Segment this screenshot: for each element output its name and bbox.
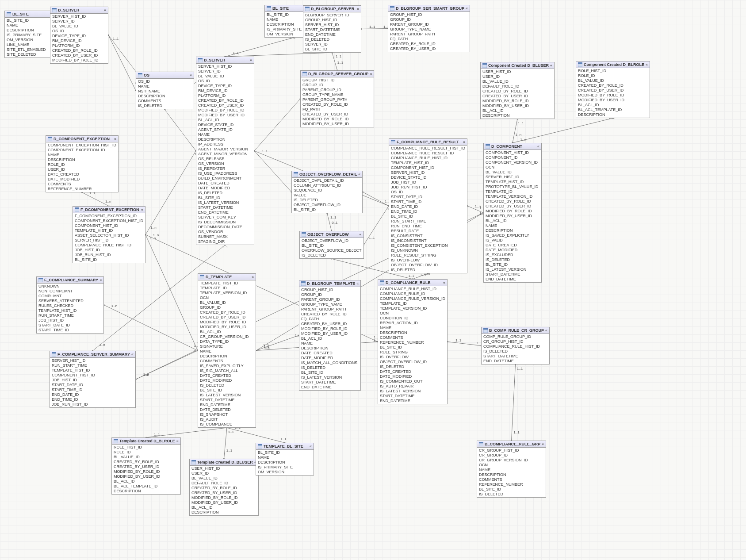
- column: CREATED_BY_USER_ID: [299, 322, 360, 326]
- collapse-icon[interactable]: «: [370, 72, 372, 76]
- erd-canvas[interactable]: 1..11..11..11..11..11..n1..11..11..11..1…: [0, 0, 746, 560]
- entity-header[interactable]: TEMPLATE_BL_SITE«: [256, 443, 314, 450]
- svg-rect-167: [7, 12, 11, 13]
- collapse-icon[interactable]: «: [356, 281, 359, 286]
- entity-template_created_blrole[interactable]: Template Created D_BLROLE«ROLE_HIST_IDRO…: [111, 437, 181, 495]
- svg-text:1..n: 1..n: [153, 233, 159, 237]
- entity-d_server2[interactable]: D_SERVER«SERVER_HIST_IDSERVER_IDBL_VALUE…: [196, 57, 254, 245]
- column: BL_SITE_ID: [73, 257, 145, 262]
- entity-d_blgroup_ser_smart_group[interactable]: D_BLGROUP_SER_SMART_GROUP«GROUP_HIST_IDG…: [388, 5, 470, 52]
- entity-header[interactable]: D_SERVER«: [50, 7, 108, 14]
- entity-d_compliance_rule_grp[interactable]: D_COMPLIANCE_RULE_GRP«CR_GROUP_HIST_IDCR…: [477, 441, 546, 498]
- entity-object_overflow_detail[interactable]: OBJECT_OVERFLOW_DETAIL«OBJECT_OVFL_DETAI…: [291, 171, 363, 213]
- collapse-icon[interactable]: «: [176, 439, 179, 443]
- svg-rect-172: [138, 74, 142, 77]
- column-list: COMPONENT_HIST_IDCOMPONENT_IDCOMPONENT_V…: [484, 150, 541, 282]
- collapse-icon[interactable]: «: [104, 8, 106, 12]
- entity-header[interactable]: D_COMPLIANCE_RULE«: [378, 280, 447, 286]
- collapse-icon[interactable]: «: [131, 352, 134, 357]
- entity-d_blgroup_server_group[interactable]: D_BLGROUP_SERVER_GROUP«GROUP_HIST_IDGROU…: [300, 70, 374, 127]
- collapse-icon[interactable]: «: [99, 278, 102, 282]
- svg-rect-171: [138, 73, 142, 74]
- column: DEVICE_TYPE_ID: [50, 34, 108, 38]
- entity-header[interactable]: F_COMPLIANCE_SERVER_SUMMARY«: [50, 351, 135, 358]
- entity-title: D_COMPLIANCE_RULE: [386, 280, 442, 285]
- entity-header[interactable]: OBJECT_OVERFLOW_DETAIL«: [292, 171, 362, 178]
- column: JOB_RUN_HIST_ID: [50, 402, 135, 407]
- collapse-icon[interactable]: «: [250, 58, 252, 62]
- collapse-icon[interactable]: «: [310, 444, 312, 449]
- entity-f_compliance_summary[interactable]: F_COMPLIANCE_SUMMARY«UNKNOWNNON_COMPLIAN…: [36, 276, 104, 334]
- entity-f_compliance_rule_result[interactable]: F_COMPLIANCE_RULE_RESULT«COMPLIANCE_RULE…: [389, 138, 467, 273]
- entity-d_blgroup_template[interactable]: D_BLGROUP_TEMPLATE«GROUP_HIST_IDGROUP_ID…: [299, 280, 361, 391]
- entity-header[interactable]: D_BLGROUP_SER_SMART_GROUP«: [388, 5, 470, 12]
- entity-header[interactable]: Component Created D_BLUSER«: [481, 62, 554, 69]
- entity-header[interactable]: D_SERVER«: [196, 57, 254, 64]
- column: IS_OVERFLOW: [378, 355, 447, 360]
- collapse-icon[interactable]: «: [466, 6, 468, 11]
- entity-d_server1[interactable]: D_SERVER«SERVER_HIST_IDSERVER_IDBL_VALUE…: [50, 7, 108, 64]
- collapse-icon[interactable]: «: [463, 140, 465, 144]
- entity-template_bl_site[interactable]: TEMPLATE_BL_SITE«BL_SITE_IDNAMEDESCRIPTI…: [256, 443, 314, 476]
- collapse-icon[interactable]: «: [360, 232, 362, 237]
- collapse-icon[interactable]: «: [545, 328, 547, 333]
- entity-header[interactable]: OS«: [136, 72, 194, 79]
- entity-header[interactable]: D_BLGROUP_TEMPLATE«: [299, 280, 360, 287]
- entity-comp_created_bluser[interactable]: Component Created D_BLUSER«USER_HIST_IDU…: [480, 62, 555, 119]
- collapse-icon[interactable]: «: [114, 137, 116, 141]
- entity-d_compliance_rule[interactable]: D_COMPLIANCE_RULE«COMPLIANCE_RULE_HIST_I…: [378, 279, 448, 404]
- collapse-icon[interactable]: «: [550, 63, 552, 68]
- collapse-icon[interactable]: «: [542, 442, 544, 446]
- column: BL_SITE_ID: [378, 345, 447, 350]
- entity-comp_created_blrole[interactable]: Component Created D_BLROLE«ROLE_HIST_IDR…: [576, 61, 650, 118]
- entity-header[interactable]: D_COMPONENT_EXCEPTION«: [46, 136, 118, 142]
- svg-line-18: [225, 38, 294, 57]
- entity-header[interactable]: D_COMPONENT«: [484, 143, 541, 150]
- collapse-icon[interactable]: «: [537, 144, 539, 149]
- entity-header[interactable]: D_TEMPLATE«: [198, 274, 256, 280]
- entity-f_dcomponent_exception[interactable]: F_DCOMPONENT_EXCEPTION«F_COMPONENT_EXCEP…: [73, 206, 145, 263]
- collapse-icon[interactable]: «: [646, 62, 648, 67]
- column: START_DATETIME: [482, 354, 549, 359]
- entity-header[interactable]: F_COMPLIANCE_SUMMARY«: [37, 277, 103, 284]
- column: BL_ACL_ID: [112, 479, 180, 484]
- column: BL_VALUE_ID: [576, 78, 650, 83]
- column: CREATED_BY_ROLE_ID: [50, 48, 108, 53]
- column: FQ_PATH: [299, 317, 360, 322]
- entity-header[interactable]: Template Created D_BLUSER«: [190, 459, 258, 466]
- entity-os[interactable]: OS«OS_IDNAMENSH_NAMEDESCRIPTIONCOMMENTSI…: [136, 72, 194, 109]
- column: SERVER_HIST_ID: [50, 358, 135, 363]
- collapse-icon[interactable]: «: [252, 275, 254, 279]
- svg-line-97: [145, 235, 198, 351]
- entity-f_compliance_server_summary[interactable]: F_COMPLIANCE_SERVER_SUMMARY«SERVER_HIST_…: [50, 351, 136, 408]
- column: COMPLIANCE_RULE_HIST_ID: [389, 156, 467, 161]
- entity-d_blgroup_server[interactable]: D_BLGROUP_SERVER«BLGROUP_SERVER_IDGROUP_…: [303, 5, 361, 53]
- entity-header[interactable]: B_COMP_RULE_CR_GROUP«: [482, 327, 549, 334]
- entity-header[interactable]: D_COMPLIANCE_RULE_GRP«: [477, 441, 546, 448]
- svg-rect-211: [114, 439, 118, 440]
- column: RULE_STRING: [378, 350, 447, 355]
- entity-b_comp_rule_cr_group[interactable]: B_COMP_RULE_CR_GROUP«COMP_RULE_GROUP_IDC…: [481, 327, 550, 364]
- entity-object_overflow[interactable]: OBJECT_OVERFLOW«OBJECT_OVERFLOW_IDBL_SIT…: [299, 231, 364, 259]
- collapse-icon[interactable]: «: [190, 73, 192, 77]
- column: END_DATETIME: [378, 399, 447, 403]
- entity-header[interactable]: OBJECT_OVERFLOW«: [300, 231, 363, 238]
- entity-header[interactable]: Template Created D_BLROLE«: [112, 438, 180, 445]
- entity-header[interactable]: D_BLGROUP_SERVER«: [303, 6, 361, 12]
- collapse-icon[interactable]: «: [358, 172, 360, 176]
- entity-d_template[interactable]: D_TEMPLATE«TEMPLATE_HIST_IDTEMPLATE_IDTE…: [198, 273, 256, 428]
- collapse-icon[interactable]: «: [443, 280, 445, 285]
- entity-header[interactable]: D_BLGROUP_SERVER_GROUP«: [301, 71, 374, 77]
- entity-d_component_exception[interactable]: D_COMPONENT_EXCEPTION«COMPONENT_EXCEPTIO…: [46, 135, 119, 192]
- entity-d_component[interactable]: D_COMPONENT«COMPONENT_HIST_IDCOMPONENT_I…: [483, 143, 542, 283]
- column: BL_ACL_ID: [484, 219, 541, 223]
- entity-header[interactable]: Component Created D_BLROLE«: [576, 61, 650, 68]
- table-icon: [479, 442, 483, 446]
- entity-template_created_bluser[interactable]: Template Created D_BLUSER«USER_HIST_IDUS…: [189, 459, 259, 516]
- collapse-icon[interactable]: «: [141, 207, 143, 212]
- svg-line-46: [254, 151, 291, 192]
- entity-header[interactable]: F_DCOMPONENT_EXCEPTION«: [73, 207, 145, 213]
- collapse-icon[interactable]: «: [357, 7, 359, 11]
- entity-header[interactable]: F_COMPLIANCE_RULE_RESULT«: [389, 139, 467, 146]
- column: BL_SITE_ID: [198, 388, 256, 393]
